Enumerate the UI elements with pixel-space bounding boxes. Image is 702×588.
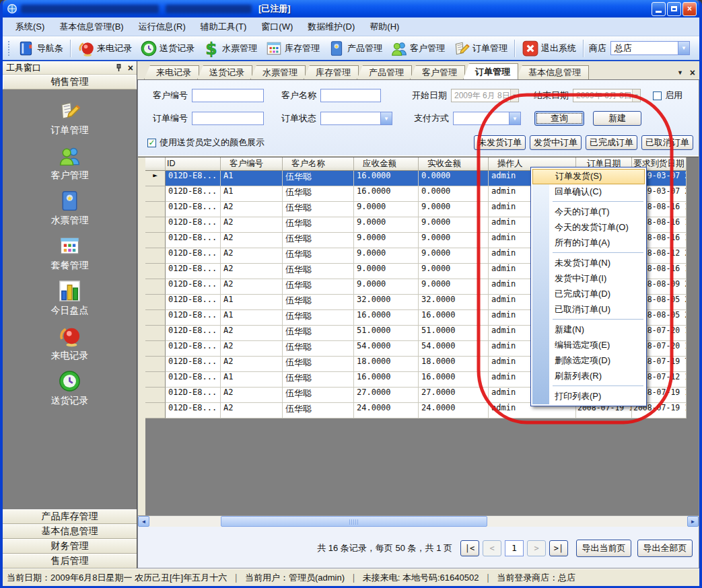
row-selector-cell[interactable] bbox=[145, 295, 166, 310]
query-button[interactable]: 查询 bbox=[534, 111, 584, 126]
scrollbar-thumb[interactable] bbox=[221, 516, 487, 527]
row-selector-cell[interactable] bbox=[145, 326, 166, 341]
tab-list-dropdown-icon[interactable]: ▼ bbox=[677, 69, 683, 76]
grid-column-header[interactable]: 实收金额 bbox=[419, 157, 489, 171]
last-page-button[interactable]: >| bbox=[549, 540, 568, 556]
context-menu-item[interactable]: 打印列表(P) bbox=[532, 389, 645, 404]
color-display-checkbox[interactable]: ✓ bbox=[147, 139, 156, 147]
tab[interactable]: 订单管理 bbox=[463, 63, 518, 79]
toolbar-inventory-button[interactable]: 库存管理 bbox=[261, 38, 324, 59]
sidebar-item-today-stocktake[interactable]: 今日盘点 bbox=[51, 279, 89, 317]
toolbar-exit-button[interactable]: 退出系统 bbox=[518, 38, 580, 59]
customer-code-input[interactable] bbox=[192, 89, 264, 102]
row-selector-cell[interactable] bbox=[145, 388, 166, 403]
export-all-pages-button[interactable]: 导出全部页 bbox=[637, 540, 693, 557]
sidebar-section-button[interactable]: 基本信息管理 bbox=[3, 524, 137, 539]
context-menu-item[interactable]: 今天的订单(T) bbox=[532, 205, 645, 220]
menu-item[interactable]: 运行信息(R) bbox=[131, 18, 193, 36]
customer-name-input[interactable] bbox=[320, 89, 381, 102]
sidebar-section-button[interactable]: 产品库存管理 bbox=[3, 509, 137, 524]
context-menu-item[interactable]: 已取消订单(U) bbox=[532, 302, 645, 318]
row-selector-cell[interactable] bbox=[145, 341, 166, 357]
context-menu-item[interactable]: 删除选定项(D) bbox=[532, 353, 645, 369]
chevron-down-icon[interactable]: ▼ bbox=[678, 42, 689, 54]
grid-column-header[interactable]: 应收金额 bbox=[354, 157, 419, 171]
scroll-right-icon[interactable]: ► bbox=[687, 516, 699, 527]
context-menu-item[interactable]: 刷新列表(R) bbox=[532, 369, 645, 384]
context-menu-item[interactable]: 订单发货(S) bbox=[532, 169, 645, 184]
grid-column-header[interactable] bbox=[145, 157, 166, 171]
toolbar-incoming-calls-button[interactable]: 来电记录 bbox=[73, 38, 136, 59]
chevron-down-icon[interactable]: ▼ bbox=[632, 89, 640, 102]
toolbar-customer-button[interactable]: 客户管理 bbox=[386, 38, 449, 59]
sidebar-item-customer-mgmt[interactable]: 客户管理 bbox=[51, 144, 89, 182]
pay-method-select[interactable]: ▼ bbox=[453, 112, 521, 125]
tab[interactable]: 产品管理 bbox=[357, 65, 412, 79]
context-menu-item[interactable]: 所有的订单(A) bbox=[532, 235, 645, 251]
row-selector-cell[interactable] bbox=[145, 248, 166, 264]
menu-item[interactable]: 数据维护(D) bbox=[300, 18, 362, 36]
tab-close-icon[interactable]: × bbox=[690, 69, 695, 76]
row-selector-cell[interactable] bbox=[145, 217, 166, 233]
tab[interactable]: 客户管理 bbox=[410, 65, 465, 79]
end-date-picker[interactable]: 2009年 6月 8日 ▼ bbox=[573, 89, 641, 102]
toolbar-order-button[interactable]: 订单管理 bbox=[449, 38, 512, 59]
order-status-filter-button[interactable]: 已完成订单 bbox=[586, 135, 637, 150]
row-selector-cell[interactable]: ► bbox=[145, 171, 166, 186]
horizontal-scrollbar[interactable]: ◄ ► bbox=[138, 515, 699, 527]
menu-item[interactable]: 基本信息管理(B) bbox=[52, 18, 131, 36]
export-current-page-button[interactable]: 导出当前页 bbox=[576, 540, 631, 557]
close-button[interactable]: × bbox=[682, 2, 697, 16]
context-menu-item[interactable]: 未发货订单(N) bbox=[532, 256, 645, 271]
toolbar-grip[interactable] bbox=[7, 40, 10, 57]
context-menu-item[interactable]: 今天的发货订单(O) bbox=[532, 220, 645, 235]
context-menu-item[interactable]: 新建(N) bbox=[532, 322, 645, 338]
row-selector-cell[interactable] bbox=[145, 403, 166, 418]
maximize-button[interactable] bbox=[667, 2, 681, 16]
tab[interactable]: 基本信息管理 bbox=[516, 65, 589, 79]
order-status-filter-button[interactable]: 未发货订单 bbox=[474, 135, 526, 150]
context-menu-item[interactable]: 已完成订单(D) bbox=[532, 287, 645, 302]
row-selector-cell[interactable] bbox=[145, 357, 166, 372]
order-status-select[interactable]: ▼ bbox=[320, 112, 392, 125]
menu-item[interactable]: 系统(S) bbox=[8, 18, 52, 36]
grid-column-header[interactable]: 客户编号 bbox=[221, 157, 283, 171]
first-page-button[interactable]: |< bbox=[460, 540, 479, 556]
sidebar-item-order-mgmt[interactable]: 订单管理 bbox=[51, 99, 89, 137]
minimize-button[interactable] bbox=[652, 2, 666, 16]
chevron-down-icon[interactable]: ▼ bbox=[509, 112, 520, 124]
chevron-down-icon[interactable]: ▼ bbox=[510, 89, 518, 102]
menu-item[interactable]: 窗口(W) bbox=[254, 18, 300, 36]
tab[interactable]: 库存管理 bbox=[304, 65, 359, 79]
toolbar-delivery-records-button[interactable]: 送货记录 bbox=[136, 38, 199, 59]
page-number-input[interactable] bbox=[505, 540, 524, 556]
toolbar-navbar-button[interactable]: 导航条 bbox=[13, 38, 67, 59]
pin-icon[interactable] bbox=[114, 63, 123, 72]
context-menu-item[interactable]: 回单确认(C) bbox=[532, 184, 645, 200]
sidebar-section-sales[interactable]: 销售管理 bbox=[3, 75, 137, 89]
sidebar-item-delivery-records[interactable]: 送货记录 bbox=[51, 369, 89, 407]
scrollbar-track[interactable] bbox=[149, 516, 687, 527]
toolbar-water-ticket-button[interactable]: $ 水票管理 bbox=[199, 38, 261, 59]
row-selector-cell[interactable] bbox=[145, 310, 166, 326]
shop-select[interactable]: 总店 ▼ bbox=[610, 41, 690, 55]
row-selector-cell[interactable] bbox=[145, 372, 166, 388]
sidebar-item-package-mgmt[interactable]: 套餐管理 bbox=[51, 234, 89, 272]
scroll-left-icon[interactable]: ◄ bbox=[138, 516, 149, 527]
context-menu-item[interactable]: 发货中订单(I) bbox=[532, 271, 645, 287]
toolbar-product-button[interactable]: 产品管理 bbox=[324, 38, 386, 59]
close-icon[interactable]: × bbox=[128, 64, 133, 72]
menu-item[interactable]: 帮助(H) bbox=[362, 18, 407, 36]
prev-page-button[interactable]: < bbox=[483, 540, 501, 556]
new-button[interactable]: 新建 bbox=[593, 111, 641, 126]
order-status-filter-button[interactable]: 已取消订单 bbox=[641, 135, 693, 150]
row-selector-cell[interactable] bbox=[145, 233, 166, 248]
grid-column-header[interactable]: ID bbox=[166, 157, 221, 171]
tab[interactable]: 水票管理 bbox=[250, 65, 306, 79]
grid-column-header[interactable]: 客户名称 bbox=[283, 157, 354, 171]
sidebar-item-water-ticket-mgmt[interactable]: 水票管理 bbox=[51, 189, 89, 227]
row-selector-cell[interactable] bbox=[145, 279, 166, 295]
tab[interactable]: 送货记录 bbox=[197, 65, 252, 79]
chevron-down-icon[interactable]: ▼ bbox=[380, 112, 392, 124]
order-code-input[interactable] bbox=[192, 112, 264, 125]
